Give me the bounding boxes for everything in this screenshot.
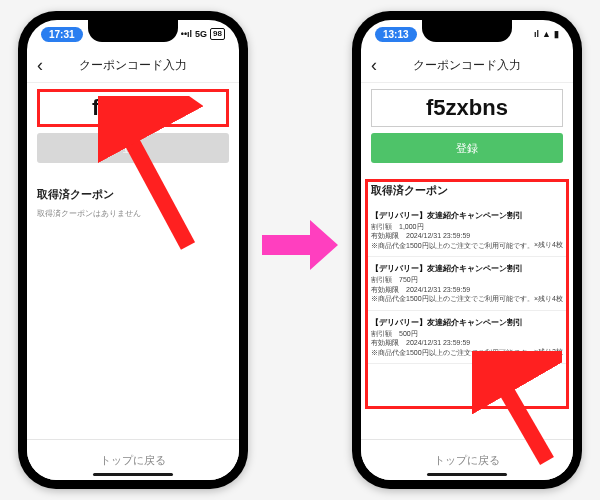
battery-icon: ▮ bbox=[554, 29, 559, 39]
coupon-remaining: ×残り4枚 bbox=[534, 294, 563, 304]
coupon-item[interactable]: 【デリバリー】友達紹介キャンペーン割引割引額 750円有効期限 2024/12/… bbox=[365, 257, 569, 310]
coupon-title: 【デリバリー】友達紹介キャンペーン割引 bbox=[371, 210, 563, 221]
notch bbox=[88, 20, 178, 42]
nav-bar: ‹ クーポンコード入力 bbox=[27, 48, 239, 83]
nav-bar: ‹ クーポンコード入力 bbox=[361, 48, 573, 83]
status-time: 13:13 bbox=[375, 27, 417, 42]
coupon-item[interactable]: 【デリバリー】友達紹介キャンペーン割引割引額 1,000円有効期限 2024/1… bbox=[365, 204, 569, 257]
code-text: f5zxbns bbox=[426, 95, 508, 121]
wifi-icon: ▲ bbox=[542, 29, 551, 39]
signal-icon: ••ıl bbox=[181, 29, 192, 39]
phone-left: 17:31 ••ıl 5G 98 ‹ クーポンコード入力 クーポンコードをお持ち… bbox=[18, 11, 248, 489]
coupon-remaining: ×残り4枚 bbox=[534, 240, 563, 250]
register-button[interactable]: 登録 bbox=[37, 133, 229, 163]
network-label: 5G bbox=[195, 29, 207, 39]
home-indicator bbox=[427, 473, 507, 476]
register-button[interactable]: 登録 bbox=[371, 133, 563, 163]
coupon-discount: 割引額 1,000円 bbox=[371, 222, 563, 231]
coupon-discount: 割引額 500円 bbox=[371, 329, 563, 338]
empty-message: 取得済クーポンはありません bbox=[27, 208, 239, 219]
coupon-remaining: ×残り2枚 bbox=[534, 347, 563, 357]
code-overlay: f5zxbns bbox=[371, 89, 563, 127]
home-indicator bbox=[93, 473, 173, 476]
coupon-item[interactable]: 【デリバリー】友達紹介キャンペーン割引割引額 500円有効期限 2024/12/… bbox=[365, 311, 569, 364]
transition-arrow-icon bbox=[260, 215, 340, 275]
section-title: 取得済クーポン bbox=[361, 173, 573, 204]
page-title: クーポンコード入力 bbox=[79, 57, 187, 74]
phone-right: 13:13 ıl ▲ ▮ ‹ クーポンコード入力 f5zxbns 登録 bbox=[352, 11, 582, 489]
code-overlay: f5zxbns bbox=[37, 89, 229, 127]
battery-icon: 98 bbox=[210, 28, 225, 40]
back-icon[interactable]: ‹ bbox=[371, 56, 377, 74]
page-title: クーポンコード入力 bbox=[413, 57, 521, 74]
code-text: f5zxbns bbox=[92, 95, 174, 121]
notch bbox=[422, 20, 512, 42]
coupon-list: 【デリバリー】友達紹介キャンペーン割引割引額 1,000円有効期限 2024/1… bbox=[361, 204, 573, 364]
coupon-title: 【デリバリー】友達紹介キャンペーン割引 bbox=[371, 317, 563, 328]
status-time: 17:31 bbox=[41, 27, 83, 42]
signal-icon: ıl bbox=[534, 29, 539, 39]
section-title: 取得済クーポン bbox=[27, 173, 239, 208]
back-icon[interactable]: ‹ bbox=[37, 56, 43, 74]
coupon-title: 【デリバリー】友達紹介キャンペーン割引 bbox=[371, 263, 563, 274]
coupon-discount: 割引額 750円 bbox=[371, 275, 563, 284]
